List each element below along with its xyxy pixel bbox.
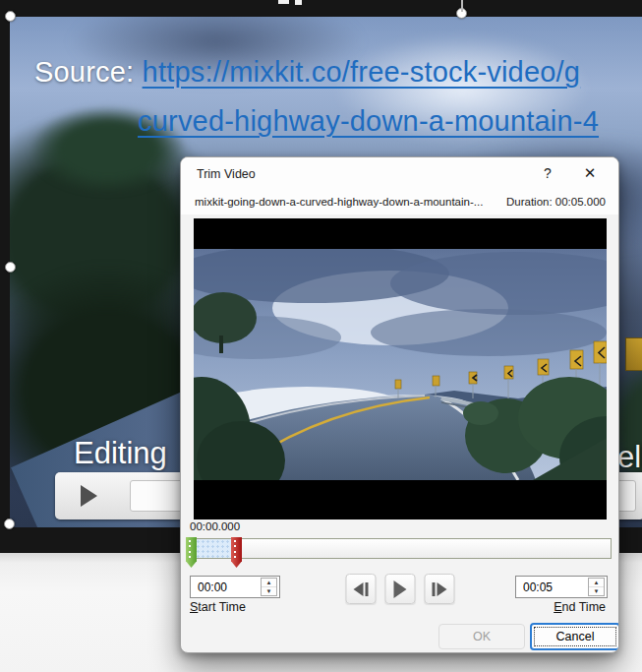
ok-button[interactable]: OK xyxy=(438,624,525,649)
current-position-label: 00:00.000 xyxy=(190,520,240,532)
cancel-button[interactable]: Cancel xyxy=(530,623,619,650)
end-time-input[interactable] xyxy=(516,577,581,597)
next-frame-button[interactable] xyxy=(424,574,454,604)
slide-caption-text: Editing xyxy=(74,436,167,471)
start-time-label: Start Time xyxy=(190,600,246,614)
slide-caption-fragment: elb xyxy=(617,440,642,475)
next-frame-icon xyxy=(437,582,446,596)
help-icon[interactable]: ? xyxy=(531,159,564,187)
source-hyperlink-line2[interactable]: curved-highway-down-a-mountain-4 xyxy=(138,105,599,137)
end-time-spinner: ▲ ▼ xyxy=(515,576,608,598)
play-button[interactable] xyxy=(384,574,415,604)
selection-handle-middle-left[interactable] xyxy=(5,262,16,273)
source-text-line2: curved-highway-down-a-mountain-4 xyxy=(138,105,599,138)
trim-end-handle[interactable] xyxy=(231,537,242,568)
offscreen-handle-fragment xyxy=(295,0,302,5)
video-preview-image xyxy=(194,249,607,480)
playback-controls xyxy=(345,574,454,604)
video-preview-frame xyxy=(194,218,607,519)
chevron-sign xyxy=(625,337,642,371)
powerpoint-canvas: Source: https://mixkit.co/free-stock-vid… xyxy=(0,0,642,672)
start-time-spinner: ▲ ▼ xyxy=(190,576,280,598)
source-label: Source: xyxy=(34,56,143,88)
dialog-title: Trim Video xyxy=(197,167,256,181)
previous-frame-button[interactable] xyxy=(345,574,376,604)
video-duration: Duration: 00:05.000 xyxy=(506,196,606,208)
spin-up-icon[interactable]: ▲ xyxy=(589,579,604,587)
start-time-input[interactable] xyxy=(191,577,256,597)
end-time-spin-buttons: ▲ ▼ xyxy=(588,578,605,596)
video-file-name: mixkit-going-down-a-curved-highway-down-… xyxy=(195,196,483,208)
close-icon[interactable]: ✕ xyxy=(573,159,607,187)
spin-down-icon[interactable]: ▼ xyxy=(589,587,604,595)
selection-handle-bottom-left[interactable] xyxy=(4,519,15,529)
offscreen-handle-fragment xyxy=(278,0,289,4)
source-hyperlink[interactable]: https://mixkit.co/free-stock-video/g xyxy=(143,56,581,88)
trim-timeline-track[interactable] xyxy=(190,538,612,559)
end-time-label: End Time xyxy=(554,600,606,614)
selection-handle-top-left[interactable] xyxy=(5,11,16,22)
play-icon xyxy=(393,580,406,598)
trim-selected-region xyxy=(191,539,235,558)
trim-video-dialog: Trim Video ? ✕ mixkit-going-down-a-curve… xyxy=(180,156,619,653)
previous-frame-icon xyxy=(353,582,363,596)
spin-up-icon[interactable]: ▲ xyxy=(262,579,276,587)
start-time-spin-buttons: ▲ ▼ xyxy=(261,578,277,596)
spin-down-icon[interactable]: ▼ xyxy=(262,587,276,595)
source-text-line1: Source: https://mixkit.co/free-stock-vid… xyxy=(34,56,580,89)
trim-start-handle[interactable] xyxy=(186,537,197,568)
play-icon[interactable] xyxy=(81,485,97,507)
rotation-handle-stem xyxy=(461,0,463,12)
